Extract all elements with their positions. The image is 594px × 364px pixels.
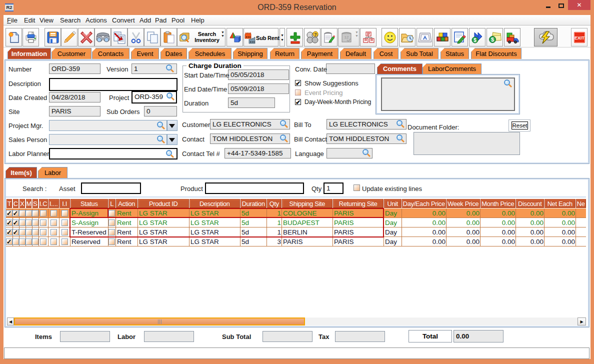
svg-text:$: $ (490, 36, 494, 42)
svg-text:12: 12 (344, 35, 349, 40)
svg-text:EXIT: EXIT (574, 36, 584, 40)
svg-text:?: ? (314, 32, 317, 36)
svg-text:$: $ (474, 37, 476, 42)
